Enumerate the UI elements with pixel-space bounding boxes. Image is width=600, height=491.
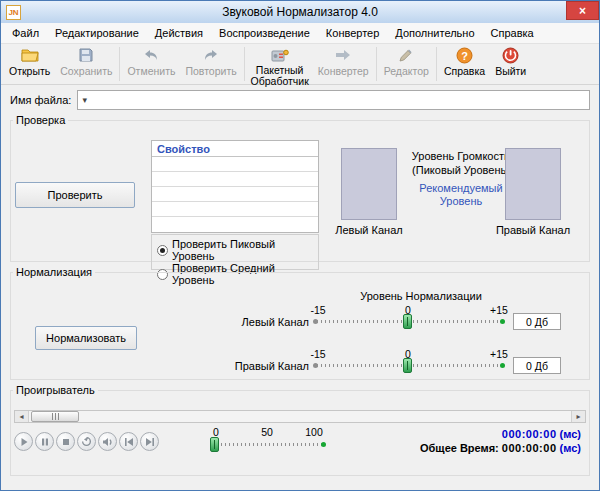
right-channel-label: Правый Канал — [181, 360, 309, 372]
check-button[interactable]: Проверить — [15, 182, 135, 208]
volume-scale-100: 100 — [301, 426, 327, 438]
converter-button: Конвертер — [313, 45, 374, 78]
recommended-level-label: Рекомендуемый Уровень — [403, 182, 519, 210]
menu-extra[interactable]: Дополнительно — [387, 24, 482, 42]
svg-text:?: ? — [461, 49, 468, 61]
left-channel-slider-thumb[interactable] — [403, 314, 412, 329]
pause-button[interactable] — [35, 432, 54, 451]
seek-scrollbar[interactable]: ◂ ▸ — [14, 410, 586, 423]
converter-icon — [334, 46, 352, 64]
save-button: Сохранить — [55, 45, 117, 78]
speaker-icon — [102, 437, 114, 447]
play-button[interactable] — [14, 432, 33, 451]
converter-label: Конвертер — [318, 65, 369, 77]
redo-label: Повторить — [185, 65, 236, 77]
stop-icon — [61, 437, 71, 447]
titlebar[interactable]: JN Звуковой Нормализатор 4.0 × — [1, 1, 599, 23]
volume-level-title: Уровень Громкости (Пиковый Уровень) — [403, 150, 519, 178]
table-row[interactable] — [152, 187, 318, 202]
left-channel-value[interactable]: 0 Дб — [513, 313, 561, 330]
volume-slider-thumb[interactable] — [210, 437, 219, 452]
menu-actions[interactable]: Действия — [147, 24, 211, 42]
right-channel-meter — [505, 148, 561, 220]
volume-level-text: Уровень Громкости (Пиковый Уровень) Реко… — [403, 150, 519, 209]
right-meter-label: Правый Канал — [487, 224, 579, 236]
seek-handle[interactable] — [31, 411, 79, 422]
menu-converter[interactable]: Конвертер — [318, 24, 387, 42]
right-scale-min: -15 — [305, 348, 331, 360]
normalization-group-legend: Нормализация — [13, 266, 95, 278]
next-button[interactable] — [140, 432, 159, 451]
exit-button[interactable]: Выйти — [490, 45, 531, 78]
check-group-legend: Проверка — [13, 114, 68, 126]
window-title: Звуковой Нормализатор 4.0 — [1, 5, 599, 19]
volume-slider-track[interactable] — [213, 443, 323, 446]
menu-help[interactable]: Справка — [483, 24, 542, 42]
current-time-value: 000:00:00 — [502, 428, 557, 440]
table-row[interactable] — [152, 157, 318, 172]
menu-edit[interactable]: Редактирование — [47, 24, 147, 42]
help-button[interactable]: ? Справка — [439, 45, 490, 78]
toolbar-separator — [436, 47, 437, 81]
player-group: Проигрыватель ◂ ▸ — [10, 384, 590, 476]
redo-button: Повторить — [180, 45, 241, 78]
file-name-label: Имя файла: — [10, 94, 71, 106]
player-buttons — [14, 432, 159, 451]
open-button[interactable]: Открыть — [4, 45, 55, 78]
volume-max-dot — [321, 442, 326, 447]
radio-button-icon[interactable] — [157, 245, 168, 256]
menubar: Файл Редактирование Действия Воспроизвед… — [1, 23, 599, 44]
right-channel-slider-thumb[interactable] — [403, 358, 412, 373]
repeat-icon — [81, 436, 92, 447]
property-table-header: Свойство — [152, 141, 318, 157]
previous-icon — [124, 437, 134, 447]
left-scale-max: +15 — [484, 304, 514, 316]
normalize-button[interactable]: Нормализовать — [35, 326, 137, 350]
open-folder-icon — [21, 46, 39, 64]
close-button[interactable]: × — [566, 1, 599, 20]
player-group-legend: Проигрыватель — [13, 384, 98, 396]
current-time: 000:00:00 (мс) — [502, 428, 581, 440]
left-slider-max-dot — [500, 319, 505, 324]
redo-arrow-icon — [202, 46, 220, 64]
left-meter-label: Левый Канал — [323, 224, 415, 236]
left-channel-label: Левый Канал — [181, 316, 309, 328]
undo-button: Отменить — [122, 45, 180, 78]
previous-button[interactable] — [119, 432, 138, 451]
seek-right-arrow-icon[interactable]: ▸ — [571, 411, 585, 422]
play-icon — [19, 437, 29, 447]
stop-button[interactable] — [56, 432, 75, 451]
left-slider-min-dot — [313, 319, 318, 324]
seek-left-arrow-icon[interactable]: ◂ — [15, 411, 29, 422]
batch-processor-button[interactable]: Пакетный Обработчик — [247, 45, 313, 88]
table-row[interactable] — [152, 172, 318, 187]
volume-scale-50: 50 — [256, 426, 278, 438]
total-time: Общее Время: 000:00:00 (мс) — [420, 442, 581, 454]
right-slider-max-dot — [500, 363, 505, 368]
normalization-level-title: Уровень Нормализации — [311, 290, 531, 302]
chevron-down-icon[interactable]: ▾ — [82, 95, 87, 105]
table-row[interactable] — [152, 202, 318, 217]
toolbar-separator — [376, 47, 377, 81]
menu-file[interactable]: Файл — [4, 24, 47, 42]
table-row[interactable] — [152, 217, 318, 232]
check-mode-radio-group: Проверить Пиковый Уровень Проверить Сред… — [151, 234, 319, 270]
toolbar: Открыть Сохранить Отменить Повторить — [1, 44, 599, 85]
editor-pencil-icon — [398, 46, 414, 64]
right-scale-max: +15 — [484, 348, 514, 360]
property-table: Свойство — [151, 140, 319, 233]
right-slider-min-dot — [313, 363, 318, 368]
left-channel-meter — [341, 148, 397, 220]
radio-peak-label: Проверить Пиковый Уровень — [172, 238, 313, 262]
editor-label: Редактор — [384, 65, 429, 77]
menu-playback[interactable]: Воспроизведение — [211, 24, 318, 42]
repeat-button[interactable] — [77, 432, 96, 451]
volume-button[interactable] — [98, 432, 117, 451]
undo-arrow-icon — [142, 46, 160, 64]
normalization-group: Нормализация Уровень Нормализации Нормал… — [10, 266, 590, 380]
radio-peak-level[interactable]: Проверить Пиковый Уровень — [157, 238, 313, 262]
right-channel-value[interactable]: 0 Дб — [513, 357, 561, 374]
toolbar-separator — [244, 47, 245, 81]
save-disk-icon — [78, 46, 94, 64]
file-name-combobox[interactable]: ▾ — [77, 90, 590, 110]
